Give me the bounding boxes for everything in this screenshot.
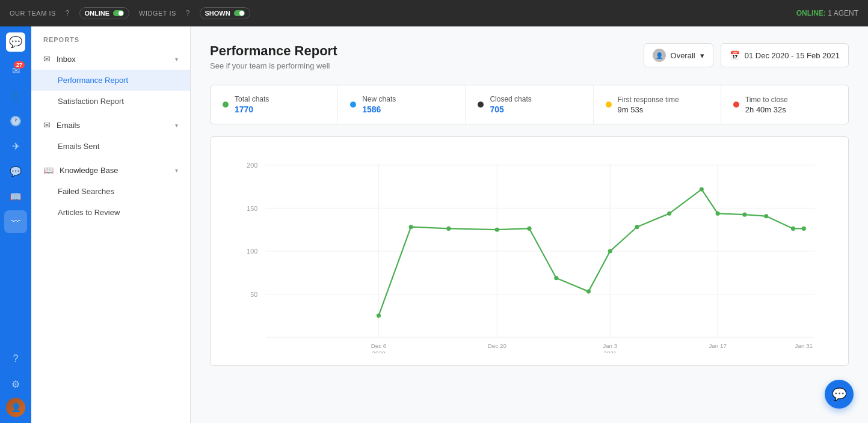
sidebar-icon-inbox[interactable]: ✉ 27 bbox=[4, 59, 27, 82]
widget-toggle-dot bbox=[234, 10, 245, 16]
page-header-left: Performance Report See if your team is p… bbox=[210, 43, 337, 70]
emails-group-icon: ✉ bbox=[43, 120, 51, 130]
sidebar-icon-books[interactable]: 📖 bbox=[4, 185, 27, 208]
total-chats-label: Total chats bbox=[235, 95, 269, 103]
first-response-label: First response time bbox=[618, 96, 679, 104]
chat-widget[interactable]: 💬 bbox=[825, 380, 854, 409]
inbox-group-label: Inbox bbox=[57, 55, 76, 64]
icon-sidebar: 💬 ✉ 27 👤 🕐 ✈ 💬 📖 〰 ? ⚙ bbox=[0, 26, 31, 423]
app-logo-icon: 💬 bbox=[9, 35, 22, 49]
page-subtitle: See if your team is performing well bbox=[210, 61, 337, 70]
stat-first-response: First response time 9m 53s bbox=[594, 85, 721, 124]
sidebar-group-kb-header[interactable]: 📖 Knowledge Base ▾ bbox=[31, 159, 190, 181]
svg-text:2021: 2021 bbox=[603, 350, 617, 353]
sidebar-icon-help[interactable]: ? bbox=[4, 347, 27, 370]
svg-text:Dec 20: Dec 20 bbox=[488, 342, 507, 349]
closed-chats-dot bbox=[478, 102, 484, 108]
total-chats-content: Total chats 1770 bbox=[235, 95, 269, 114]
sidebar-item-satisfaction-report[interactable]: Satisfaction Report bbox=[31, 91, 190, 112]
overall-filter[interactable]: 👤 Overall ▾ bbox=[644, 43, 713, 67]
kb-group-icon: 📖 bbox=[43, 165, 54, 175]
sidebar-group-emails-left: ✉ Emails bbox=[43, 120, 80, 130]
avatar-image: 👤 bbox=[6, 398, 25, 417]
svg-point-21 bbox=[409, 225, 413, 229]
date-range: 01 Dec 2020 - 15 Feb 2021 bbox=[745, 51, 840, 60]
sidebar-group-emails-header[interactable]: ✉ Emails ▾ bbox=[31, 114, 190, 136]
topbar-right: ONLINE: 1 AGENT bbox=[796, 9, 858, 17]
time-close-dot bbox=[733, 102, 739, 108]
sidebar-icon-send[interactable]: ✈ bbox=[4, 135, 27, 157]
new-chats-dot bbox=[350, 102, 356, 108]
sidebar-item-articles-review[interactable]: Articles to Review bbox=[31, 202, 190, 223]
user-avatar[interactable]: 👤 bbox=[6, 398, 25, 417]
overall-chevron: ▾ bbox=[700, 51, 704, 60]
sidebar-icon-history[interactable]: 🕐 bbox=[4, 109, 27, 132]
sidebar-icon-chat[interactable]: 💬 bbox=[4, 160, 27, 183]
team-help-icon[interactable]: ? bbox=[66, 9, 70, 17]
sidebar-item-failed-searches[interactable]: Failed Searches bbox=[31, 181, 190, 202]
sidebar-group-inbox-header[interactable]: ✉ Inbox ▾ bbox=[31, 48, 190, 70]
icon-sidebar-bottom: ? ⚙ 👤 bbox=[4, 347, 27, 417]
page-header-right: 👤 Overall ▾ 📅 01 Dec 2020 - 15 Feb 2021 bbox=[644, 43, 849, 67]
sidebar-icon-settings[interactable]: ⚙ bbox=[4, 373, 27, 395]
svg-text:Jan 17: Jan 17 bbox=[709, 342, 727, 349]
svg-text:150: 150 bbox=[247, 205, 257, 212]
sidebar-icon-contacts[interactable]: 👤 bbox=[4, 84, 27, 107]
stat-closed-chats: Closed chats 705 bbox=[466, 85, 593, 124]
new-chats-value[interactable]: 1586 bbox=[362, 105, 396, 114]
date-filter[interactable]: 📅 01 Dec 2020 - 15 Feb 2021 bbox=[721, 43, 849, 67]
sidebar-group-inbox-left: ✉ Inbox bbox=[43, 54, 76, 64]
app-logo[interactable]: 💬 bbox=[6, 32, 25, 52]
time-close-label: Time to close bbox=[745, 96, 788, 104]
main-layout: 💬 ✉ 27 👤 🕐 ✈ 💬 📖 〰 ? ⚙ bbox=[0, 26, 868, 423]
team-toggle[interactable]: ONLINE bbox=[79, 7, 130, 19]
widget-help-icon[interactable]: ? bbox=[186, 9, 190, 17]
stat-time-to-close: Time to close 2h 40m 32s bbox=[721, 85, 848, 124]
svg-point-25 bbox=[554, 276, 558, 280]
topbar-left: OUR TEAM IS ? ONLINE WIDGET IS ? SHOWN bbox=[10, 7, 250, 19]
svg-text:200: 200 bbox=[247, 162, 257, 169]
svg-point-20 bbox=[377, 314, 381, 318]
sidebar-item-performance-report[interactable]: Performance Report bbox=[31, 70, 190, 91]
svg-point-23 bbox=[495, 228, 499, 232]
sidebar-section-header: REPORTS bbox=[31, 26, 190, 48]
svg-point-26 bbox=[586, 290, 591, 294]
team-toggle-dot bbox=[113, 10, 124, 16]
svg-point-22 bbox=[446, 227, 451, 231]
help-icon-bottom: ? bbox=[13, 353, 19, 364]
chat-widget-icon: 💬 bbox=[832, 387, 847, 401]
sidebar-icon-reports[interactable]: 〰 bbox=[4, 210, 27, 233]
closed-chats-value[interactable]: 705 bbox=[490, 105, 531, 114]
svg-point-29 bbox=[667, 212, 671, 216]
contacts-icon: 👤 bbox=[10, 90, 22, 102]
kb-chevron: ▾ bbox=[175, 167, 178, 174]
svg-text:50: 50 bbox=[250, 291, 257, 298]
first-response-value: 9m 53s bbox=[618, 105, 679, 114]
stat-total-chats: Total chats 1770 bbox=[211, 85, 338, 124]
sidebar-item-emails-sent[interactable]: Emails Sent bbox=[31, 136, 190, 157]
team-status: ONLINE bbox=[85, 10, 110, 17]
chart-container: 200 150 100 50 Dec 6 2020 Dec 20 Jan 3 2… bbox=[210, 136, 849, 366]
page-header: Performance Report See if your team is p… bbox=[210, 43, 849, 70]
inbox-badge: 27 bbox=[14, 61, 25, 68]
inbox-chevron: ▾ bbox=[175, 56, 178, 62]
first-response-dot bbox=[606, 102, 612, 108]
svg-point-24 bbox=[527, 227, 531, 231]
failed-searches-label: Failed Searches bbox=[58, 187, 114, 196]
emails-group-label: Emails bbox=[57, 121, 80, 130]
line-chart: 200 150 100 50 Dec 6 2020 Dec 20 Jan 3 2… bbox=[225, 149, 834, 353]
inbox-group-icon: ✉ bbox=[43, 54, 51, 64]
time-close-value: 2h 40m 32s bbox=[745, 105, 788, 114]
new-chats-content: New chats 1586 bbox=[362, 95, 396, 114]
widget-toggle[interactable]: SHOWN bbox=[200, 7, 250, 19]
svg-text:Dec 6: Dec 6 bbox=[371, 342, 387, 349]
calendar-icon: 📅 bbox=[730, 50, 740, 60]
reports-icon: 〰 bbox=[11, 216, 20, 227]
stat-new-chats: New chats 1586 bbox=[338, 85, 466, 124]
svg-point-32 bbox=[742, 213, 746, 217]
sidebar-group-kb-left: 📖 Knowledge Base bbox=[43, 165, 119, 175]
total-chats-value[interactable]: 1770 bbox=[235, 105, 269, 114]
stats-row: Total chats 1770 New chats 1586 Closed c… bbox=[210, 85, 849, 124]
emails-chevron: ▾ bbox=[175, 122, 178, 129]
sidebar-group-emails: ✉ Emails ▾ Emails Sent bbox=[31, 114, 190, 157]
